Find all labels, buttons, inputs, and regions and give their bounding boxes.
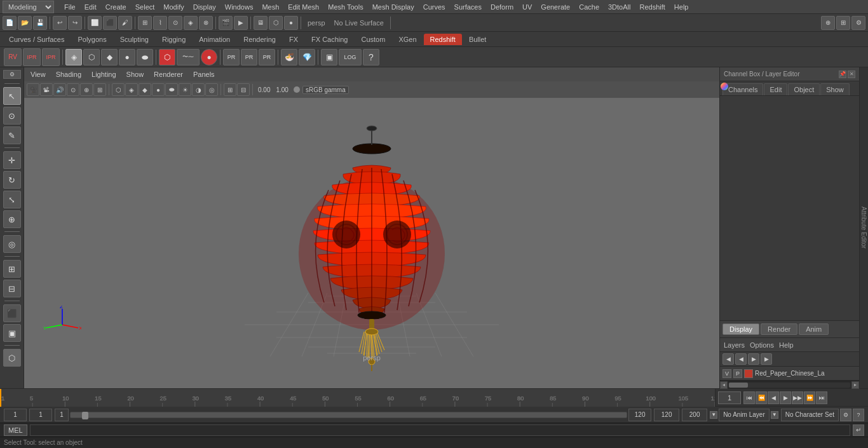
- rs-icon-6[interactable]: ◆: [101, 49, 118, 65]
- open-file-button[interactable]: 📂: [18, 16, 32, 30]
- tab-redshift[interactable]: Redshift: [424, 34, 462, 45]
- options-menu-item[interactable]: Options: [750, 341, 774, 349]
- rs-icon-mat[interactable]: ▣: [321, 49, 337, 65]
- mel-input[interactable]: [30, 424, 850, 436]
- playback-forward-button[interactable]: ▶▶: [792, 391, 803, 404]
- mode-dropdown[interactable]: Modeling Rigging Animation FX Rendering: [3, 1, 54, 13]
- show-manip-button[interactable]: ⊞: [3, 260, 21, 278]
- playback-step-back-button[interactable]: ⏪: [756, 391, 767, 404]
- snap-surface-button[interactable]: ◈: [184, 16, 198, 30]
- menu-file[interactable]: File: [60, 2, 79, 12]
- scroll-right-button[interactable]: ▸: [851, 381, 859, 389]
- tab-bullet[interactable]: Bullet: [463, 34, 493, 45]
- menu-deform[interactable]: Deform: [487, 2, 517, 12]
- rs-icon-3[interactable]: IPR: [42, 48, 60, 66]
- vp-rig-btn[interactable]: ⊕: [80, 83, 93, 96]
- rs-icon-9[interactable]: ⬡: [159, 49, 175, 65]
- colorspace-selector[interactable]: sRGB gamma: [302, 86, 349, 94]
- playback-play-button[interactable]: ▶: [780, 391, 791, 404]
- snap-grid-button[interactable]: ⊞: [138, 16, 152, 30]
- menu-display[interactable]: Display: [189, 2, 220, 12]
- vp-smooth-btn[interactable]: ●: [152, 83, 165, 96]
- renderer-menu[interactable]: Renderer: [151, 69, 186, 79]
- tab-xgen[interactable]: XGen: [392, 34, 423, 45]
- right-panel-scrollbar[interactable]: ◂ ▸: [720, 381, 859, 388]
- frame-slider-thumb[interactable]: [82, 412, 88, 419]
- smooth-shade-button[interactable]: ●: [284, 16, 298, 30]
- layer-visibility-toggle[interactable]: V: [722, 369, 731, 378]
- redo-button[interactable]: ↪: [68, 16, 82, 30]
- vp-grid-btn[interactable]: ⊞: [224, 83, 236, 96]
- vp-shade2-btn[interactable]: ◆: [139, 83, 151, 96]
- rs-icon-2[interactable]: IPR: [23, 48, 41, 66]
- anim-layer-arrow2[interactable]: ▼: [771, 411, 778, 419]
- rs-icon-log[interactable]: LOG: [339, 49, 362, 65]
- timeline-ruler[interactable]: 1 5 10 15 20 25 30 35 40 45 50: [0, 389, 715, 407]
- wireframe-button[interactable]: ⬡: [269, 16, 283, 30]
- attribute-editor-tab[interactable]: Attribute Editor: [859, 67, 868, 388]
- tab-fx[interactable]: FX: [283, 34, 304, 45]
- vp-audio-btn[interactable]: 🔊: [53, 83, 66, 96]
- menu-modify[interactable]: Modify: [159, 2, 187, 12]
- playback-back-button[interactable]: ◀: [768, 391, 779, 404]
- rs-icon-bowl[interactable]: 🍜: [281, 49, 297, 65]
- vp-isolate-btn[interactable]: ⊞: [93, 83, 106, 96]
- left-settings-icon[interactable]: ⚙: [3, 70, 21, 79]
- menu-3dtoall[interactable]: 3DtoAll: [604, 2, 634, 12]
- scale-tool-button[interactable]: ⤡: [3, 191, 21, 208]
- rs-pr-icon-1[interactable]: PR: [223, 49, 240, 65]
- menu-generate[interactable]: Generate: [537, 2, 574, 12]
- rs-icon-10[interactable]: 〜⁓: [177, 49, 200, 65]
- scroll-thumb[interactable]: [729, 383, 748, 388]
- menu-help[interactable]: Help: [670, 2, 693, 12]
- snap-bottom-button[interactable]: ⬡: [3, 349, 21, 367]
- vp-tex-btn[interactable]: ⬬: [165, 83, 178, 96]
- select-object-button[interactable]: ⬜: [88, 16, 102, 30]
- range-start-field[interactable]: [654, 409, 679, 421]
- char-set-settings-btn[interactable]: ⚙: [840, 409, 851, 421]
- menu-redshift[interactable]: Redshift: [635, 2, 668, 12]
- rotate-tool-button[interactable]: ↻: [3, 171, 21, 189]
- rs-icon-1[interactable]: RV: [4, 48, 22, 66]
- channels-tab[interactable]: Channels: [722, 83, 763, 95]
- snap-point-button[interactable]: ⊙: [168, 16, 182, 30]
- select-component-button[interactable]: ⬛: [103, 16, 117, 30]
- render-tab[interactable]: Render: [761, 323, 797, 335]
- menu-windows[interactable]: Windows: [221, 2, 257, 12]
- rs-icon-gem[interactable]: 💎: [299, 49, 315, 65]
- menu-surfaces[interactable]: Surfaces: [451, 2, 485, 12]
- show-menu[interactable]: Show: [124, 69, 147, 79]
- anim-tab[interactable]: Anim: [799, 323, 829, 335]
- settings-button[interactable]: ⚙: [851, 16, 865, 30]
- char-set-help-btn[interactable]: ?: [853, 409, 864, 421]
- end-frame-field[interactable]: [29, 409, 52, 421]
- char-set-dropdown[interactable]: No Character Set: [781, 409, 839, 421]
- undo-button[interactable]: ↩: [53, 16, 67, 30]
- menu-uv[interactable]: UV: [519, 2, 536, 12]
- pin-button[interactable]: 📌: [839, 71, 846, 78]
- rs-icon-4[interactable]: ◈: [65, 49, 82, 65]
- render-button[interactable]: 🎬: [219, 16, 233, 30]
- select-tool-button[interactable]: ↖: [3, 87, 21, 105]
- panels-menu[interactable]: Panels: [191, 69, 217, 79]
- current-frame-input[interactable]: [718, 391, 741, 404]
- view-menu[interactable]: View: [28, 69, 48, 79]
- snap-live-button[interactable]: ⊗: [199, 16, 213, 30]
- layer-icon-1[interactable]: ◀: [722, 353, 734, 365]
- rs-icon-8[interactable]: ⬬: [137, 49, 153, 65]
- mel-label[interactable]: MEL: [4, 424, 27, 436]
- layer-icon-2[interactable]: ◀: [735, 353, 747, 365]
- universal-tool-button[interactable]: ⊕: [3, 210, 21, 228]
- show-tab[interactable]: Show: [820, 83, 850, 95]
- scroll-track[interactable]: [729, 383, 850, 388]
- vp-wireframe-btn[interactable]: ⬡: [112, 83, 125, 96]
- tab-polygons[interactable]: Polygons: [71, 34, 112, 45]
- layers-menu-item[interactable]: Layers: [724, 341, 745, 349]
- universal-manip-button[interactable]: ⊕: [821, 16, 835, 30]
- grid-button[interactable]: ⊞: [836, 16, 850, 30]
- rs-icon-7[interactable]: ●: [119, 49, 135, 65]
- rs-icon-5[interactable]: ⬡: [83, 49, 100, 65]
- lasso-tool-button[interactable]: ⊙: [3, 107, 21, 125]
- move-tool-button[interactable]: ✛: [3, 151, 21, 169]
- menu-cache[interactable]: Cache: [575, 2, 603, 12]
